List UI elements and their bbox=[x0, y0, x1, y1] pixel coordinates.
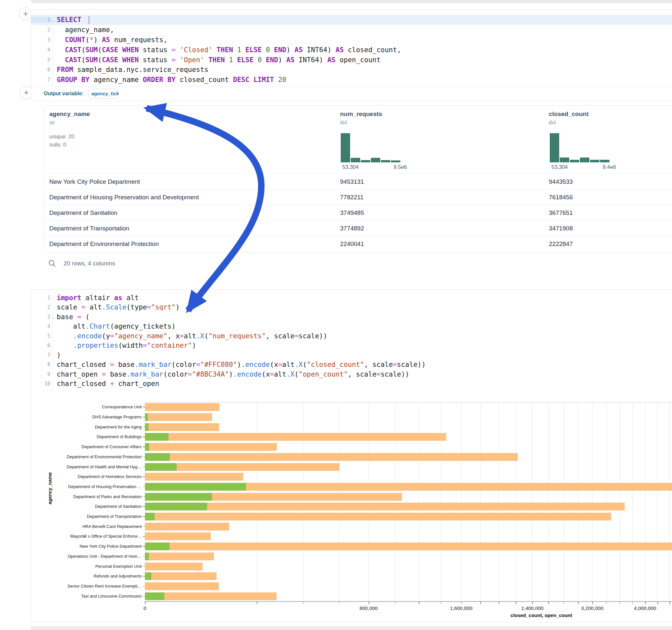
code-token: , scale bbox=[348, 370, 377, 378]
table-row[interactable]: Department of Environmental Protection22… bbox=[44, 236, 672, 252]
code-line[interactable]: 4 alt.Chart(agency_tickets) bbox=[31, 322, 672, 332]
column-header-num-requests[interactable]: num_requests bbox=[340, 111, 382, 118]
code-line[interactable]: 6FROM sample_data.nyc.service_requests bbox=[31, 65, 672, 75]
x-tick bbox=[145, 602, 146, 604]
previous-cell-collapsed[interactable] bbox=[31, 0, 672, 3]
table-row[interactable]: Department of Housing Preservation and D… bbox=[44, 189, 672, 205]
bar-open[interactable] bbox=[145, 423, 148, 431]
table-row[interactable]: Department of Transportation377489234719… bbox=[44, 220, 672, 236]
code-line[interactable]: 10chart_closed + chart_open bbox=[31, 379, 672, 389]
code-line[interactable]: 3 COUNT(*) AS num_requests, bbox=[31, 35, 672, 45]
code-token: ( bbox=[204, 332, 209, 340]
code-line[interactable]: 5 CAST(SUM(CASE WHEN status = 'Open' THE… bbox=[31, 55, 672, 65]
y-axis-label: Department of Housing Preservation … bbox=[44, 484, 142, 489]
bar-open[interactable] bbox=[145, 572, 151, 580]
fold-caret-icon[interactable]: ⌄ bbox=[52, 18, 55, 22]
bar-closed[interactable] bbox=[145, 503, 625, 510]
code-token: agency_name, bbox=[57, 26, 114, 34]
line-number: 9 bbox=[31, 371, 52, 377]
table-row[interactable]: New York City Police Department945313194… bbox=[44, 174, 672, 190]
bar-closed[interactable] bbox=[145, 453, 518, 461]
table-row[interactable]: Department of Sanitation37494853677651 bbox=[44, 205, 672, 221]
bar-open[interactable] bbox=[145, 493, 212, 501]
code-token: CAST bbox=[65, 46, 81, 54]
bar-open[interactable] bbox=[145, 443, 149, 451]
bar-closed[interactable] bbox=[145, 473, 243, 481]
code-token bbox=[233, 56, 237, 64]
code-line[interactable]: 2 agency_name, bbox=[31, 25, 672, 35]
x-axis-label: 4,000,000 bbox=[634, 605, 656, 611]
code-token: = bbox=[143, 342, 147, 349]
code-line[interactable]: 7GROUP BY agency_name ORDER BY closed_co… bbox=[31, 75, 672, 85]
bar-closed[interactable] bbox=[145, 563, 202, 571]
num-requests-histogram bbox=[341, 133, 400, 162]
bar-closed[interactable] bbox=[145, 513, 611, 520]
bar-closed[interactable] bbox=[145, 572, 217, 580]
bar-open[interactable] bbox=[145, 592, 164, 600]
column-header-closed-count[interactable]: closed_count bbox=[549, 111, 589, 118]
next-cell-collapsed[interactable] bbox=[31, 626, 672, 630]
table-cell: 3749485 bbox=[340, 209, 364, 217]
bar-open[interactable] bbox=[145, 463, 177, 471]
x-tick bbox=[516, 602, 517, 604]
bar-closed[interactable] bbox=[145, 423, 219, 431]
bar-closed[interactable] bbox=[145, 532, 211, 540]
code-token: ) bbox=[94, 36, 102, 44]
bar-closed[interactable] bbox=[145, 553, 214, 560]
code-line[interactable]: 8chart_closed = base.mark_bar(color="#FF… bbox=[31, 360, 672, 370]
code-token: INT64) bbox=[295, 56, 328, 64]
fold-caret-icon[interactable]: ⌄ bbox=[52, 315, 55, 319]
sql-code-editor[interactable]: 1⌄SELECT 2 agency_name,3 COUNT(*) AS num… bbox=[31, 15, 672, 85]
code-line[interactable]: 1import altair as alt bbox=[31, 293, 672, 303]
table-cell: Department of Sanitation bbox=[49, 209, 117, 217]
bar-open[interactable] bbox=[145, 453, 170, 461]
code-line[interactable]: 2scale = alt.Scale(type="sqrt") bbox=[31, 303, 672, 312]
code-token: WHEN bbox=[122, 46, 139, 54]
code-line[interactable]: 9chart_open = base.mark_bar(color="#8BC3… bbox=[31, 369, 672, 379]
bar-closed[interactable] bbox=[145, 542, 672, 550]
code-line[interactable]: 6 .properties(width="container") bbox=[31, 341, 672, 350]
bar-open[interactable] bbox=[145, 513, 154, 520]
code-token: "num_requests" bbox=[209, 332, 266, 340]
line-number: 2 bbox=[31, 27, 52, 33]
bar-closed[interactable] bbox=[145, 443, 277, 451]
output-variable-pill[interactable]: agency_tickets bbox=[88, 89, 119, 98]
bar-closed[interactable] bbox=[145, 433, 446, 441]
code-text: FROM sample_data.nyc.service_requests bbox=[52, 66, 209, 74]
code-line[interactable]: 3⌄base = ( bbox=[31, 312, 672, 322]
bar-open[interactable] bbox=[145, 542, 170, 550]
bar-closed[interactable] bbox=[145, 403, 219, 411]
gridline bbox=[339, 402, 339, 601]
column-header-agency-name[interactable]: agency_name bbox=[49, 111, 90, 118]
bar-open[interactable] bbox=[145, 483, 246, 491]
code-token: .properties bbox=[73, 342, 118, 349]
search-icon[interactable] bbox=[48, 259, 56, 268]
code-token: AS bbox=[295, 46, 303, 54]
bar-closed[interactable] bbox=[145, 582, 219, 590]
gridline bbox=[395, 402, 395, 601]
code-line[interactable]: 7) bbox=[31, 350, 672, 360]
bar-closed[interactable] bbox=[145, 523, 229, 531]
python-code-editor[interactable]: 1import altair as alt2scale = alt.Scale(… bbox=[31, 293, 672, 389]
bar-open[interactable] bbox=[145, 553, 149, 560]
x-axis-label: 2,400,000 bbox=[521, 605, 544, 611]
bar-open[interactable] bbox=[145, 433, 169, 441]
bar-open[interactable] bbox=[145, 413, 148, 421]
code-token: = bbox=[393, 361, 397, 368]
code-token: ELSE bbox=[237, 56, 254, 64]
code-line[interactable]: 1⌄SELECT bbox=[31, 15, 672, 25]
bar-closed[interactable] bbox=[145, 592, 277, 600]
code-token: (width bbox=[118, 342, 143, 349]
code-token: 'Open' bbox=[179, 56, 204, 64]
gridline bbox=[632, 402, 633, 601]
bar-open[interactable] bbox=[145, 503, 207, 510]
code-token: = bbox=[171, 56, 176, 64]
code-line[interactable]: 5 .encode(y="agency_name", x=alt.X("num_… bbox=[31, 331, 672, 341]
code-line[interactable]: 4 CAST(SUM(CASE WHEN status = 'Closed' T… bbox=[31, 45, 672, 55]
y-axis-label: Department of Health and Mental Hyg… bbox=[44, 464, 142, 469]
bar-closed[interactable] bbox=[145, 413, 212, 421]
code-token: "#8BC34A" bbox=[192, 370, 229, 378]
x-tick bbox=[499, 602, 499, 604]
code-token: ( bbox=[86, 36, 90, 44]
add-cell-button-top[interactable] bbox=[19, 7, 32, 20]
